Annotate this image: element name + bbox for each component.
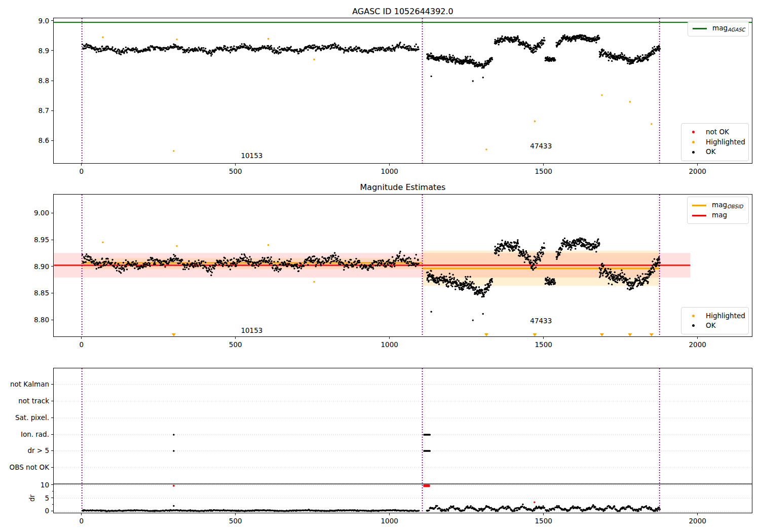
x-tick-label: 0 [61,517,102,525]
flag-tick-mark [51,450,53,451]
x-tick-mark [81,164,82,166]
dr-tick-label: 10 [0,481,49,489]
y-tick-mark [51,20,53,21]
flag-tick-mark [51,401,53,401]
legend-label: not OK [706,129,729,136]
dr-tick-mark [51,484,53,485]
y-tick-label: 9.00 [0,209,49,217]
top-plot-canvas [54,18,752,163]
legend-entry: magOBSID [692,202,743,209]
x-tick-mark [235,513,236,515]
dr-capped-red-marks [173,484,430,487]
top-plot-title: AGASC ID 1052644392.0 [53,7,752,16]
x-tick-label: 500 [215,517,256,525]
x-tick-label: 2000 [677,340,718,349]
legend-label: mag [712,212,727,219]
legend-entry: mag [692,212,743,219]
x-tick-mark [543,164,544,166]
y-tick-label: 8.6 [0,136,49,144]
obsid-boundary-lines [82,18,660,163]
flag-tick-mark [51,434,53,435]
y-tick-mark [51,240,53,240]
middle-plot-line-legend: magOBSIDmag [687,197,749,224]
flag-gridlines [54,385,752,511]
dr-tick-mark [51,498,53,498]
legend-entry: Highlighted [686,313,743,320]
legend-dot-swatch [686,151,701,154]
x-tick-label: 1500 [523,517,564,525]
x-tick-mark [389,513,390,515]
middle-plot-area [53,194,752,337]
x-tick-label: 1500 [523,167,564,175]
flag-tick-mark [51,384,53,385]
x-tick-label: 0 [61,167,102,175]
top-plot-marker-legend: not OKHighlightedOK [681,123,749,161]
obsid-annotation-10153: 10153 [241,326,262,334]
dr-points [82,504,661,512]
legend-dot-swatch [686,315,701,317]
dr-tick-mark [51,511,53,511]
dr-isolated-black-points [173,505,174,507]
dr-minor-tick-mark [52,491,53,491]
legend-entry: not OK [686,129,743,136]
y-tick-label: 8.7 [0,106,49,115]
legend-label: Highlighted [706,313,745,320]
ok-points [82,34,661,82]
legend-line-swatch [692,28,707,29]
y-tick-label: 8.95 [0,236,49,244]
legend-label: magOBSID [712,202,743,209]
y-tick-mark [51,213,53,213]
middle-plot-canvas [54,195,752,336]
flag-tick-mark [51,417,53,418]
legend-label: OK [706,148,715,156]
dr-tick-label: 5 [0,494,49,502]
x-tick-mark [389,164,390,166]
legend-label: OK [706,322,715,329]
x-tick-label: 0 [61,340,102,349]
x-tick-mark [697,164,698,166]
x-tick-mark [543,337,544,339]
x-tick-label: 1000 [369,517,410,525]
legend-label: magAGASC [712,25,745,32]
legend-entry: magAGASC [692,25,743,32]
legend-entry: Highlighted [686,139,743,146]
top-plot-area [53,18,752,164]
bottom-plot-canvas [54,368,752,513]
flag-category-label: Sat. pixel. [0,413,49,422]
obsid-boundary-lines [82,368,660,513]
y-tick-label: 8.9 [0,47,49,55]
flag-category-label: OBS not OK [0,463,49,471]
flag-marks [173,434,431,452]
flag-category-label: Ion. rad. [0,430,49,438]
flag-category-label: dr > 5 [0,446,49,454]
x-tick-mark [81,337,82,339]
y-tick-mark [51,50,53,51]
dr-not-ok-points [534,501,536,503]
middle-plot-marker-legend: HighlightedOK [681,307,749,334]
flag-tick-mark [51,467,53,468]
middle-plot-title: Magnitude Estimates [53,182,752,192]
y-tick-mark [51,110,53,111]
legend-dot-swatch [686,324,701,327]
x-tick-mark [389,337,390,339]
obsid-annotation-47433: 47433 [530,142,552,150]
x-tick-label: 1500 [523,340,564,349]
x-tick-label: 500 [215,167,256,175]
x-tick-mark [543,513,544,515]
legend-dot-swatch [686,141,701,143]
x-tick-mark [235,337,236,339]
x-tick-label: 1000 [369,340,410,349]
legend-dot-swatch [686,131,701,133]
y-tick-label: 8.85 [0,289,49,297]
highlighted-points [102,36,653,152]
y-tick-label: 8.80 [0,316,49,324]
x-tick-mark [697,337,698,339]
x-tick-mark [235,164,236,166]
y-tick-mark [51,293,53,293]
y-tick-label: 8.8 [0,77,49,85]
top-plot-line-legend: magAGASC [688,21,749,36]
bottom-plot-area [53,368,752,513]
obsid-annotation-10153: 10153 [241,151,262,160]
y-tick-mark [51,266,53,267]
flag-category-label: not track [0,397,49,405]
